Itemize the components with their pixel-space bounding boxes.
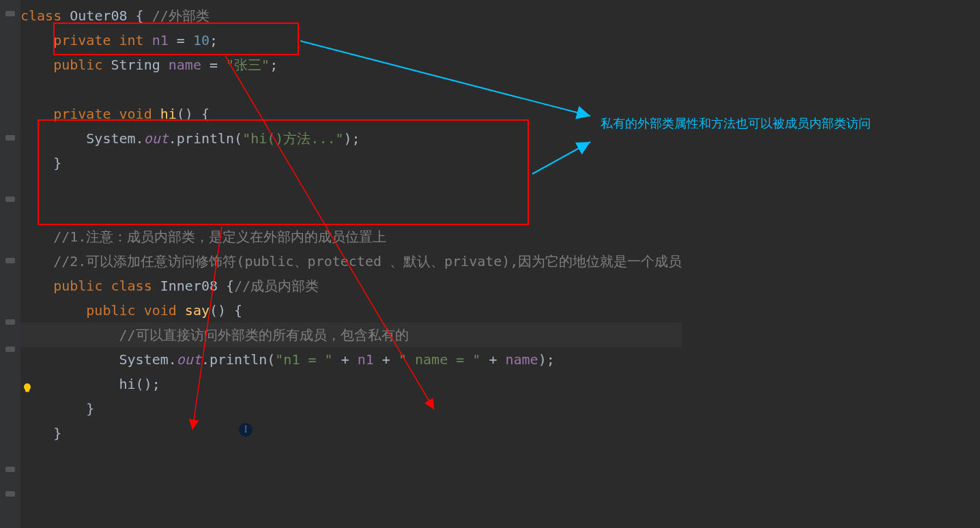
- intention-bulb-icon[interactable]: [22, 377, 33, 387]
- code-line: //2.可以添加任意访问修饰符(public、protected 、默认、pri…: [20, 249, 682, 274]
- text-cursor-icon: [239, 423, 253, 437]
- code-line: [20, 77, 682, 102]
- code-line: public class Inner08 {//成员内部类: [20, 274, 682, 298]
- code-line: System.out.println("hi()方法...");: [20, 126, 682, 151]
- code-line: [20, 200, 682, 224]
- code-line: }: [20, 151, 682, 175]
- code-line: public void say() {: [20, 298, 682, 323]
- editor-gutter: [0, 0, 20, 528]
- code-line-active: //可以直接访问外部类的所有成员，包含私有的: [20, 323, 682, 347]
- code-line: hi();: [20, 372, 682, 396]
- annotation-text: 私有的外部类属性和方法也可以被成员内部类访问: [601, 113, 871, 134]
- code-line: private int n1 = 10;: [20, 28, 682, 53]
- code-line: class Outer08 { //外部类: [20, 3, 682, 28]
- code-editor[interactable]: class Outer08 { //外部类 private int n1 = 1…: [20, 0, 682, 449]
- code-line: public String name = "张三";: [20, 53, 682, 77]
- code-line: }: [20, 421, 682, 445]
- code-line: System.out.println("n1 = " + n1 + " name…: [20, 347, 682, 372]
- code-line: [20, 175, 682, 200]
- code-line: private void hi() {: [20, 102, 682, 126]
- code-line: //1.注意：成员内部类，是定义在外部内的成员位置上: [20, 224, 682, 249]
- code-line: }: [20, 396, 682, 421]
